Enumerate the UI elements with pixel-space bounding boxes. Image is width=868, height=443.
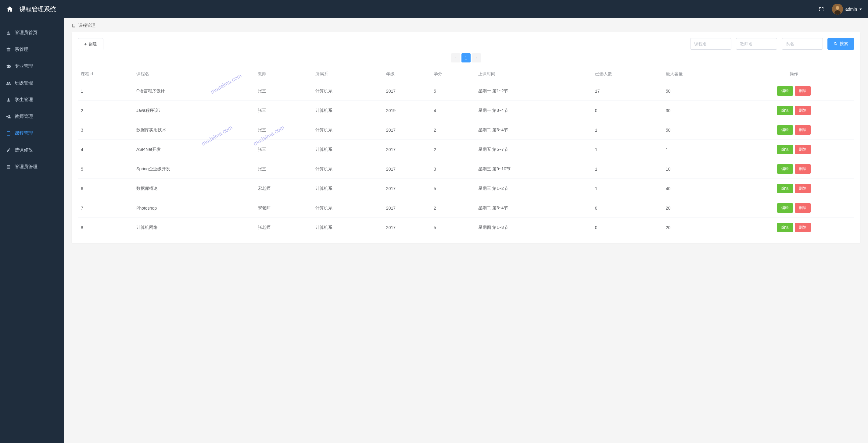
- filters: 搜索: [690, 38, 854, 50]
- cell-name: ASP.Net开发: [133, 140, 255, 159]
- cell-credit: 2: [431, 121, 475, 140]
- cell-credit: 5: [431, 81, 475, 101]
- cell-grade: 2017: [383, 140, 431, 159]
- edit-button[interactable]: 编辑: [777, 106, 793, 115]
- sidebar-item-label: 系管理: [14, 46, 28, 53]
- edit-button[interactable]: 编辑: [777, 223, 793, 232]
- cell-capacity: 10: [663, 159, 734, 179]
- table-header: 课程名: [133, 67, 255, 81]
- cell-capacity: 40: [663, 179, 734, 198]
- cell-teacher: 张三: [255, 81, 312, 101]
- edit-button[interactable]: 编辑: [777, 184, 793, 193]
- user-plus-icon: [6, 114, 11, 119]
- sidebar-item-label: 专业管理: [14, 63, 33, 69]
- delete-button[interactable]: 删除: [795, 125, 811, 135]
- table-header: 所属系: [312, 67, 383, 81]
- cell-dept: 计算机系: [312, 218, 383, 237]
- cell-dept: 计算机系: [312, 198, 383, 218]
- search-label: 搜索: [840, 41, 848, 46]
- create-label: 创建: [88, 41, 97, 47]
- delete-button[interactable]: 删除: [795, 223, 811, 232]
- delete-button[interactable]: 删除: [795, 106, 811, 115]
- page-next-button[interactable]: [472, 53, 481, 63]
- delete-button[interactable]: 删除: [795, 164, 811, 174]
- cell-credit: 5: [431, 179, 475, 198]
- delete-button[interactable]: 删除: [795, 86, 811, 96]
- cell-dept: 计算机系: [312, 159, 383, 179]
- cell-credit: 5: [431, 218, 475, 237]
- cell-time: 星期二 第3~4节: [475, 198, 592, 218]
- search-button[interactable]: 搜索: [828, 38, 854, 50]
- cell-dept: 计算机系: [312, 179, 383, 198]
- cell-enrolled: 1: [592, 140, 663, 159]
- fullscreen-icon[interactable]: [818, 6, 825, 12]
- cell-capacity: 20: [663, 198, 734, 218]
- cell-time: 星期三 第1~2节: [475, 179, 592, 198]
- cell-grade: 2017: [383, 179, 431, 198]
- edit-button[interactable]: 编辑: [777, 164, 793, 174]
- sidebar-item-5[interactable]: 教师管理: [0, 108, 64, 125]
- cell-actions: 编辑删除: [733, 101, 854, 121]
- cell-time: 星期五 第5~7节: [475, 140, 592, 159]
- sidebar-item-label: 管理员首页: [14, 30, 37, 36]
- cell-credit: 2: [431, 140, 475, 159]
- delete-button[interactable]: 删除: [795, 184, 811, 193]
- breadcrumb: 课程管理: [72, 23, 860, 28]
- sidebar-item-4[interactable]: 学生管理: [0, 92, 64, 108]
- page-prev-button[interactable]: [451, 53, 460, 63]
- sidebar-item-2[interactable]: 专业管理: [0, 58, 64, 75]
- table-row: 8计算机网络张老师计算机系20175星期四 第1~3节020编辑删除: [78, 218, 854, 237]
- graduation-icon: [6, 64, 11, 69]
- cell-id: 7: [78, 198, 133, 218]
- edit-button[interactable]: 编辑: [777, 86, 793, 96]
- dept-name-input[interactable]: [782, 38, 823, 50]
- header: 课程管理系统 admin: [0, 0, 868, 18]
- cell-enrolled: 0: [592, 218, 663, 237]
- cell-teacher: 张三: [255, 159, 312, 179]
- teacher-name-input[interactable]: [736, 38, 777, 50]
- cell-capacity: 1: [663, 140, 734, 159]
- cell-enrolled: 1: [592, 159, 663, 179]
- user-menu[interactable]: admin: [832, 4, 862, 14]
- cell-actions: 编辑删除: [733, 198, 854, 218]
- admin-icon: [6, 165, 11, 169]
- cell-teacher: 宋老师: [255, 179, 312, 198]
- edit-button[interactable]: 编辑: [777, 125, 793, 135]
- sidebar-item-0[interactable]: 管理员首页: [0, 24, 64, 41]
- edit-button[interactable]: 编辑: [777, 145, 793, 154]
- svg-point-1: [836, 6, 839, 10]
- cell-time: 星期一 第3~4节: [475, 101, 592, 121]
- page-1-button[interactable]: 1: [461, 53, 471, 63]
- cell-capacity: 20: [663, 218, 734, 237]
- sidebar-item-6[interactable]: 课程管理: [0, 125, 64, 142]
- sidebar-item-3[interactable]: 班级管理: [0, 75, 64, 92]
- course-name-input[interactable]: [690, 38, 732, 50]
- cell-grade: 2017: [383, 121, 431, 140]
- sidebar-item-7[interactable]: 选课修改: [0, 142, 64, 159]
- cell-teacher: 宋老师: [255, 198, 312, 218]
- cell-dept: 计算机系: [312, 101, 383, 121]
- delete-button[interactable]: 删除: [795, 145, 811, 154]
- create-button[interactable]: + 创建: [78, 38, 103, 50]
- table-row: 1C语言程序设计张三计算机系20175星期一 第1~2节1750编辑删除: [78, 81, 854, 101]
- book-icon: [6, 131, 11, 136]
- pagination: 1: [78, 53, 854, 63]
- table-row: 7Photoshop宋老师计算机系20172星期二 第3~4节020编辑删除: [78, 198, 854, 218]
- table-row: 2Java程序设计张三计算机系20194星期一 第3~4节030编辑删除: [78, 101, 854, 121]
- sidebar-item-1[interactable]: 系管理: [0, 41, 64, 58]
- sidebar-item-8[interactable]: 管理员管理: [0, 159, 64, 175]
- toolbar: + 创建 搜索: [78, 38, 854, 50]
- table-row: 6数据库概论宋老师计算机系20175星期三 第1~2节140编辑删除: [78, 179, 854, 198]
- cell-name: Photoshop: [133, 198, 255, 218]
- edit-button[interactable]: 编辑: [777, 203, 793, 213]
- sidebar-item-label: 班级管理: [14, 80, 33, 86]
- users-icon: [6, 81, 11, 86]
- table-header: 已选人数: [592, 67, 663, 81]
- cell-id: 6: [78, 179, 133, 198]
- table-header: 操作: [733, 67, 854, 81]
- delete-button[interactable]: 删除: [795, 203, 811, 213]
- course-table: 课程Id课程名教师所属系年级学分上课时间已选人数最大容量操作 1C语言程序设计张…: [78, 67, 854, 237]
- table-row: 3数据库实用技术张三计算机系20172星期二 第3~4节150编辑删除: [78, 121, 854, 140]
- table-header: 上课时间: [475, 67, 592, 81]
- table-row: 4ASP.Net开发张三计算机系20172星期五 第5~7节11编辑删除: [78, 140, 854, 159]
